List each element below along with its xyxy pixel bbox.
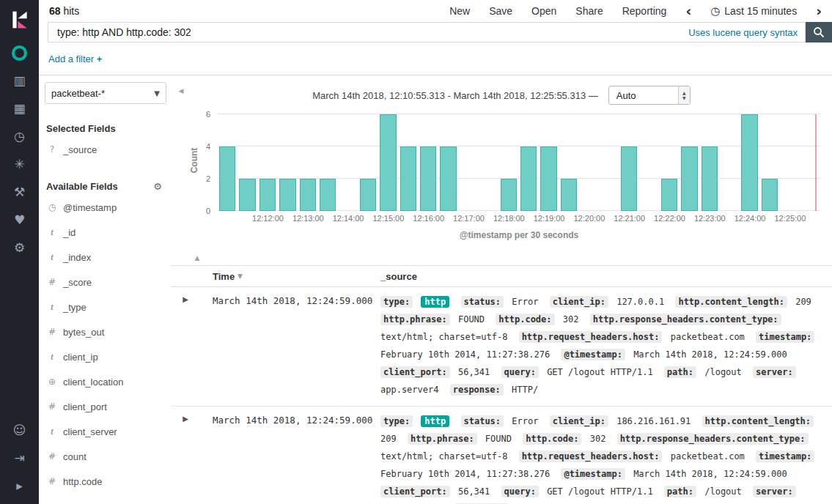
field-value: March 14th 2018, 12:24:59.000 (633, 469, 787, 479)
menu-share[interactable]: Share (575, 5, 603, 17)
field-value: 302 (563, 314, 579, 325)
field-item-http.code[interactable]: #http.code (45, 469, 166, 494)
search-input[interactable] (56, 26, 688, 39)
field-item-client_location[interactable]: ⊕client_location (45, 369, 166, 394)
x-tick-label: 12:24:00 (728, 214, 772, 223)
collapse-sidebar-button[interactable]: ◀ (175, 85, 187, 97)
histogram-bar[interactable] (540, 147, 556, 211)
x-axis: 12:12:0012:13:0012:14:0012:15:0012:16:00… (218, 214, 820, 226)
collapse-histogram-button[interactable]: ▲ (191, 252, 203, 264)
timepicker-next-icon[interactable]: › (816, 4, 822, 18)
collapse-nav-icon: ▸ (16, 478, 23, 493)
clock-icon: ◷ (710, 4, 720, 18)
histogram-bar[interactable] (661, 179, 677, 211)
histogram-bar[interactable] (259, 179, 276, 211)
nav-item-discover[interactable] (0, 39, 39, 67)
histogram-bar[interactable] (762, 179, 778, 211)
histogram-bar[interactable] (219, 147, 235, 211)
field-item-_index[interactable]: t_index (45, 245, 166, 270)
visualize-icon: ▥ (13, 73, 25, 88)
number-type-icon: # (46, 327, 58, 337)
field-value: 186.216.161.91 (616, 416, 691, 426)
field-item-bytes_out[interactable]: #bytes_out (45, 319, 166, 344)
field-key: response: (450, 384, 504, 396)
nav-item-management[interactable]: ⚙ (0, 234, 39, 262)
field-item-client_server[interactable]: tclient_server (45, 419, 166, 444)
field-key: @timestamp: (561, 349, 625, 360)
string-type-icon: t (46, 227, 58, 238)
time-column-header[interactable]: Time ▼ (200, 271, 363, 282)
field-item-client_ip[interactable]: tclient_ip (45, 344, 166, 369)
histogram-bar[interactable] (360, 179, 376, 211)
histogram-bar[interactable] (420, 147, 436, 211)
top-bar: 68 hits NewSaveOpenShareReporting‹◷Last … (39, 0, 832, 22)
timepicker-prev-icon[interactable]: ‹ (685, 4, 691, 18)
histogram-bar[interactable] (239, 179, 255, 211)
menu-open[interactable]: Open (531, 5, 556, 17)
field-value: text/html; charset=utf-8 (380, 332, 507, 342)
index-pattern-selector[interactable]: packetbeat-* ▼ (45, 82, 166, 104)
nav-item-timelion[interactable]: ◷ (0, 122, 39, 150)
timepicker-button[interactable]: ◷Last 15 minutes (710, 4, 797, 18)
field-key: http.request_headers.host: (519, 331, 663, 343)
search-button[interactable] (806, 22, 832, 42)
histogram-bar[interactable] (501, 179, 517, 211)
x-tick-label: 12:25:00 (768, 214, 812, 223)
field-item-_score[interactable]: #_score (45, 270, 166, 294)
lucene-syntax-link[interactable]: Uses lucene query syntax (688, 27, 798, 38)
expand-row-button[interactable]: ▶ (171, 293, 200, 399)
highlighted-field-value: http (421, 296, 449, 308)
field-value: GET /logout HTTP/1.1 (547, 367, 653, 377)
discover-main: ◀ March 14th 2018, 12:10:55.313 - March … (171, 76, 832, 504)
field-key: http.response_headers.content_type: (617, 433, 809, 445)
field-item-count[interactable]: #count (45, 444, 166, 469)
histogram-bar[interactable] (400, 147, 416, 211)
histogram-bar[interactable] (320, 179, 336, 211)
field-key: status: (461, 415, 504, 427)
nav-item-visualize[interactable]: ▥ (0, 67, 39, 94)
field-value: 209 (795, 297, 811, 307)
field-key: http.request_headers.host: (519, 451, 663, 462)
logout-icon: ⇥ (14, 451, 24, 465)
nav-item-machine-learning[interactable]: ✳ (0, 150, 39, 178)
field-settings-gear-icon[interactable]: ⚙ (153, 181, 162, 192)
hits-label: hits (63, 5, 79, 17)
field-name: _type (63, 302, 86, 313)
field-value: March 14th 2018, 12:24:59.000 (633, 349, 787, 360)
field-item-_id[interactable]: t_id (45, 220, 166, 245)
x-tick-label: 12:16:00 (407, 214, 451, 223)
histogram-bar[interactable] (702, 147, 718, 211)
field-key: path: (664, 366, 696, 378)
nav-item-monitoring[interactable]: ♥ (0, 206, 39, 234)
nav-item-user[interactable]: ☺ (0, 416, 39, 444)
menu-save[interactable]: Save (489, 5, 512, 17)
nav-item-collapse-nav[interactable]: ▸ (0, 472, 39, 500)
histogram-bar[interactable] (279, 179, 295, 211)
field-item-@timestamp[interactable]: ◷@timestamp (45, 195, 166, 220)
menu-new[interactable]: New (449, 5, 470, 17)
expand-row-button[interactable]: ▶ (171, 412, 200, 504)
gridline (218, 146, 820, 147)
kibana-logo[interactable] (0, 0, 39, 39)
histogram-bar[interactable] (520, 147, 537, 211)
histogram-bar[interactable] (300, 179, 316, 211)
histogram-plot[interactable] (218, 114, 820, 211)
histogram-bar[interactable] (440, 147, 456, 211)
nav-item-logout[interactable]: ⇥ (0, 444, 39, 472)
histogram-bar[interactable] (681, 147, 697, 211)
field-item-_type[interactable]: t_type (45, 294, 166, 319)
menu-reporting[interactable]: Reporting (622, 5, 667, 17)
histogram-bar[interactable] (741, 114, 757, 211)
histogram-bar[interactable] (561, 179, 577, 211)
field-item-_source[interactable]: ?_source (45, 137, 166, 162)
histogram-bar[interactable] (621, 147, 637, 211)
nav-item-dev-tools[interactable]: ⚒ (0, 178, 39, 206)
field-name: bytes_out (63, 327, 104, 338)
number-type-icon: # (46, 277, 58, 287)
histogram-bar[interactable] (380, 114, 396, 211)
add-filter-button[interactable]: Add a filter + (48, 53, 102, 64)
nav-item-dashboard[interactable]: ▦ (0, 94, 39, 122)
interval-select[interactable]: Auto ▲▼ (608, 86, 691, 105)
field-value: February 10th 2014, 11:27:38.276 (380, 469, 550, 479)
field-item-client_port[interactable]: #client_port (45, 394, 166, 419)
